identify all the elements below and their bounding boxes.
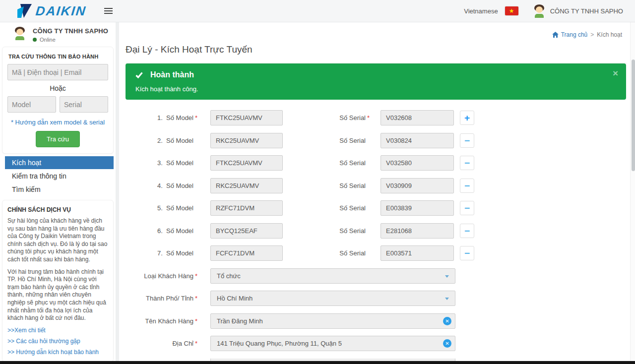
field-select[interactable]: Hồ Chí Minh (210, 291, 455, 306)
page-title: Đại Lý - Kích Hoạt Trực Tuyến (126, 44, 627, 63)
activation-form: 1. Số Model * FTKC25UAVMV Số Serial * V0… (119, 110, 630, 364)
model-serial-guide-link[interactable]: * Hướng dẫn xem model & serial (7, 119, 108, 126)
daikin-logo[interactable]: DAIKIN (17, 3, 86, 19)
remove-row-button[interactable]: − (460, 133, 474, 148)
vietnam-flag-icon[interactable]: ★ (505, 6, 518, 15)
serial-value-input[interactable]: E003571 (381, 245, 454, 261)
serial-label: Số Serial (283, 249, 366, 257)
serial-label: Số Serial (283, 227, 366, 235)
model-value-input[interactable]: RKC25UAVMV (210, 133, 283, 148)
customer-field-row: Tên Khách Hàng * Trần Đăng Minh✕ (119, 313, 630, 329)
field-label: Tên Khách Hàng (119, 317, 193, 325)
required-asterisk: * (195, 295, 200, 302)
required-asterisk: * (195, 114, 200, 121)
required-asterisk: * (367, 114, 372, 121)
field-label: Địa Chỉ (119, 340, 193, 347)
breadcrumb-separator: > (590, 31, 594, 38)
success-alert: Hoàn thành Kích hoạt thành công. × (126, 63, 626, 100)
alert-message: Kích hoạt thành công. (135, 85, 616, 93)
model-serial-row: 2. Số Model RKC25UAVMV Số Serial V030824… (119, 133, 630, 148)
alert-title: Hoàn thành (150, 70, 194, 79)
remove-row-button[interactable]: − (460, 156, 474, 170)
remove-row-button[interactable]: − (460, 201, 474, 215)
breadcrumb-current: Kích hoạt (597, 31, 622, 38)
header-user-name[interactable]: CÔNG TY TNHH SAPHO (550, 7, 623, 15)
top-header: DAIKIN Vietnamese ★ CÔNG TY TNHH SAPHO (0, 0, 635, 22)
serial-value-input[interactable]: V032608 (381, 110, 454, 125)
model-serial-row: 5. Số Model RZFC71DVM Số Serial E003839 … (119, 200, 630, 216)
page-scrollbar[interactable] (630, 22, 635, 364)
required-asterisk: * (195, 272, 200, 280)
serial-value-input[interactable]: E281068 (381, 223, 454, 239)
main-content: Trang chủ > Kích hoạt Đại Lý - Kích Hoạt… (119, 22, 630, 361)
model-input[interactable]: Model (7, 96, 56, 113)
field-select[interactable]: Tổ chức (210, 268, 455, 284)
policy-title: CHÍNH SÁCH DỊCH VỤ (7, 206, 109, 213)
faq-link[interactable]: >> Các câu hỏi thường gặp (7, 338, 109, 345)
customer-field-row: Thành Phố/ Tỉnh * Hồ Chí Minh (119, 291, 630, 306)
serial-label: Số Serial (283, 159, 366, 167)
required-asterisk: * (195, 317, 200, 325)
online-status-label: Online (40, 37, 56, 43)
clear-icon[interactable]: ✕ (443, 317, 451, 325)
home-icon (552, 32, 559, 38)
model-value-input[interactable]: RZFC71DVM (210, 200, 283, 216)
remove-row-button[interactable]: − (460, 179, 474, 193)
remove-row-button[interactable]: − (460, 224, 474, 238)
scrollbar-thumb[interactable] (632, 60, 635, 171)
breadcrumb-home[interactable]: Trang chủ (552, 31, 588, 38)
profile-name: CÔNG TY TNHH SAPHO (33, 27, 108, 35)
user-avatar[interactable] (532, 4, 546, 18)
model-label: 6. Số Model (119, 227, 193, 235)
warranty-search-panel: TRA CỨU THÔNG TIN BẢO HÀNH Mã | Điện tho… (2, 47, 114, 154)
customer-field-row: Địa Chỉ * 141 Triệu Quang Phục, Phường 1… (119, 336, 630, 351)
model-label: 5. Số Model (119, 204, 193, 212)
language-label[interactable]: Vietnamese (464, 7, 498, 15)
serial-label: Số Serial (283, 204, 366, 212)
alert-close-icon[interactable]: × (613, 68, 618, 78)
chevron-down-icon (445, 298, 449, 300)
menu-item-tim-kiem[interactable]: Tìm kiếm (5, 183, 113, 196)
sidebar-divider (116, 22, 119, 364)
model-value-input[interactable]: BYCQ125EAF (210, 223, 283, 239)
serial-value-input[interactable]: E003839 (381, 200, 454, 216)
field-input[interactable]: Trần Đăng Minh (210, 313, 455, 329)
serial-value-input[interactable]: V030824 (381, 133, 454, 148)
sidebar: CÔNG TY TNHH SAPHO Online TRA CỨU THÔNG … (0, 22, 116, 361)
model-label: 1. Số Model (119, 114, 193, 121)
serial-input[interactable]: Serial (60, 96, 108, 113)
model-value-input[interactable]: FTKC25UAVMV (210, 110, 283, 125)
serial-label: Số Serial (283, 137, 366, 144)
menu-toggle-icon[interactable] (104, 6, 113, 15)
model-label: 2. Số Model (119, 137, 193, 144)
model-value-input[interactable]: RKC25UAVMV (210, 178, 283, 193)
model-label: 3. Số Model (119, 159, 193, 167)
policy-detail-link[interactable]: >>Xem chi tiết (7, 327, 109, 334)
sidebar-profile: CÔNG TY TNHH SAPHO Online (0, 22, 116, 47)
field-label: Thành Phố/ Tỉnh (119, 295, 193, 302)
required-asterisk: * (195, 340, 200, 347)
model-value-input[interactable]: FCFC71DVM (210, 245, 283, 261)
menu-item-kich-hoat[interactable]: Kích hoạt (5, 156, 114, 169)
menu-item-kiem-tra-thong-tin[interactable]: Kiểm tra thông tin (5, 170, 113, 182)
model-serial-row: 3. Số Model FTKC25UAVMV Số Serial V03258… (119, 155, 630, 171)
model-serial-row: 7. Số Model FCFC71DVM Số Serial E003571 … (119, 245, 630, 261)
model-value-input[interactable]: FTKC25UAVMV (210, 155, 283, 171)
daikin-logo-text: DAIKIN (35, 3, 87, 19)
or-label: Hoặc (7, 84, 108, 92)
bottom-edge-strip (0, 361, 635, 364)
field-input[interactable]: 141 Triệu Quang Phục, Phường 11, Quận 5 (210, 336, 455, 351)
clear-icon[interactable]: ✕ (443, 339, 451, 348)
search-button[interactable]: Tra cứu (36, 131, 80, 147)
service-policy-panel: CHÍNH SÁCH DỊCH VỤ Sự hài lòng của khách… (2, 200, 114, 361)
search-panel-title: TRA CỨU THÔNG TIN BẢO HÀNH (8, 54, 107, 60)
serial-value-input[interactable]: V030909 (381, 178, 454, 193)
check-icon (135, 72, 143, 78)
policy-paragraph-2: Với hai trung tâm bảo hành chính tại TP.… (7, 268, 109, 322)
serial-label: Số Serial (283, 114, 366, 121)
serial-value-input[interactable]: V032580 (381, 155, 454, 171)
remove-row-button[interactable]: − (460, 246, 474, 260)
code-phone-email-input[interactable]: Mã | Điện thoại | Email (7, 64, 108, 80)
add-row-button[interactable]: + (460, 111, 474, 125)
activation-guide-link[interactable]: >> Hướng dẫn kích hoạt bảo hành (7, 349, 109, 356)
